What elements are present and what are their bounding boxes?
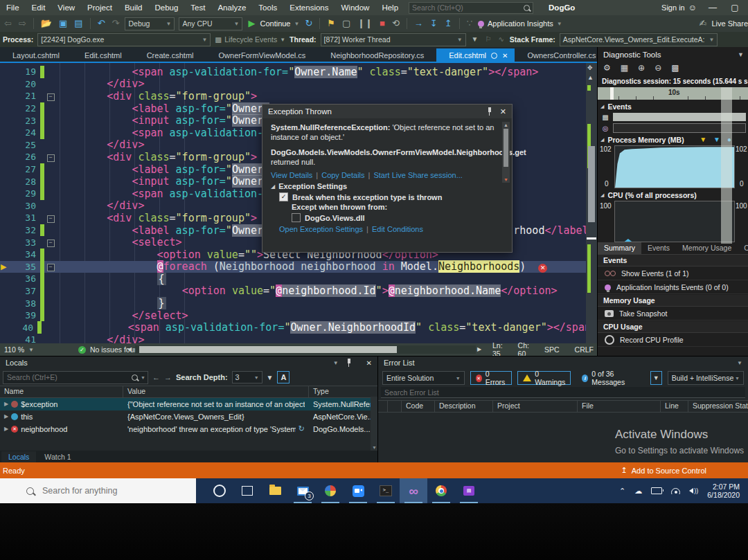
quick-search[interactable] <box>409 2 533 14</box>
tab-edit-cshtml-5[interactable]: Edit.cshtml✕ <box>436 48 515 63</box>
pin-icon[interactable] <box>346 359 353 367</box>
taskbar-search[interactable] <box>0 478 196 503</box>
panel-tab-watch-1[interactable]: Watch 1 <box>37 451 78 462</box>
taskbar-task-view-icon[interactable] <box>233 478 261 503</box>
fold-collapse-icon[interactable]: − <box>47 264 55 271</box>
error-list-search-input[interactable] <box>381 388 745 397</box>
take-snapshot-row[interactable]: Take Snapshot <box>598 307 748 320</box>
next-result-icon[interactable]: → <box>164 373 172 381</box>
link-copy-details[interactable]: Copy Details <box>321 171 364 179</box>
code-line-19[interactable]: 19 <span asp-validation-for="Owner.Name"… <box>0 66 597 78</box>
taskbar-search-input[interactable] <box>41 485 196 496</box>
thread-dropdown[interactable]: [872] Worker Thread▼ <box>321 33 466 46</box>
menu-item-help[interactable]: Help <box>375 0 404 15</box>
speaker-icon[interactable]: )) <box>689 487 698 494</box>
menu-item-build[interactable]: Build <box>118 0 149 15</box>
prev-result-icon[interactable]: ← <box>152 373 160 381</box>
error-column-file[interactable]: File <box>578 401 661 412</box>
wifi-icon[interactable] <box>671 488 680 494</box>
close-icon[interactable]: ✕ <box>500 107 506 116</box>
memory-section-header[interactable]: ◢Process Memory (MB) <box>600 136 684 144</box>
break-option-row[interactable]: ✓ Break when this exception type is thro… <box>279 192 504 201</box>
scroll-up-icon[interactable]: ▲ <box>504 123 508 127</box>
checkbox-checked-icon[interactable]: ✓ <box>279 192 288 201</box>
fold-collapse-icon[interactable]: − <box>47 240 55 247</box>
taskbar-visual-studio-icon[interactable]: ∞ <box>400 478 427 503</box>
taskbar-clock[interactable]: 2:07 PM 6/18/2020 <box>707 482 742 499</box>
taskbar-app-purple-icon[interactable]: ▤ <box>455 478 483 503</box>
stop-icon[interactable]: ■ <box>378 16 386 31</box>
match-case-icon[interactable]: A <box>277 371 290 383</box>
tab-layout-cshtml-0[interactable]: Layout.cshtml <box>0 48 72 63</box>
screenshot-icon[interactable]: ▢ <box>341 16 352 31</box>
menu-item-edit[interactable]: Edit <box>26 0 52 15</box>
build-intellisense-dropdown[interactable]: Build + IntelliSense▼ <box>668 371 744 385</box>
navigate-forward-icon[interactable]: ⇨ <box>17 16 28 31</box>
show-events-row[interactable]: Show Events (1 of 1) <box>598 267 748 280</box>
locals-row-this[interactable]: ▶this{AspNetCore.Views_Owners_Edit}AspNe… <box>0 410 377 423</box>
error-column-suppression-state[interactable]: Suppression State <box>688 401 748 412</box>
timeline-selection-band[interactable] <box>721 87 732 244</box>
undo-icon[interactable]: ↶ <box>96 16 107 31</box>
add-to-source-control-button[interactable]: ↥ Add to Source Control <box>621 466 748 475</box>
save-icon[interactable]: ▣ <box>57 16 69 31</box>
menu-item-file[interactable]: File <box>0 0 26 15</box>
menu-item-window[interactable]: Window <box>335 0 375 15</box>
events-section-header[interactable]: ◢Events <box>600 102 632 111</box>
filter-icon[interactable]: ▼ <box>267 374 274 381</box>
code-line-37[interactable]: 37 <option value="@neighborhood.Id">@nei… <box>0 285 597 298</box>
error-column-project[interactable]: Project <box>493 401 578 412</box>
suspend-icon[interactable]: ∿ <box>497 32 505 47</box>
taskbar-app-colorful-icon[interactable] <box>317 478 344 503</box>
code-line-38[interactable]: 38 } <box>0 297 597 309</box>
tab-create-cshtml-2[interactable]: Create.cshtml <box>134 48 206 63</box>
filter-icon[interactable]: ▼ <box>650 371 662 385</box>
zoom-in-icon[interactable]: ⊕ <box>638 63 645 73</box>
error-column-line[interactable]: Line <box>661 401 688 412</box>
locals-search[interactable]: ▼ <box>3 371 148 384</box>
locals-column-value[interactable]: Value <box>123 386 309 397</box>
navigate-back-icon[interactable]: ⇦ <box>3 16 13 31</box>
tray-chevron-icon[interactable]: ⌃ <box>619 487 625 496</box>
hot-reload-icon[interactable]: ∵ <box>465 16 474 31</box>
settings-gear-icon[interactable]: ⚙ <box>603 63 611 73</box>
error-list-search[interactable] <box>381 387 745 398</box>
menu-item-tools[interactable]: Tools <box>252 0 283 15</box>
step-over-icon[interactable]: → <box>413 16 425 31</box>
tab-neighborhoodrepository-cs-4[interactable]: NeighborhoodRepository.cs <box>318 48 436 63</box>
restart-icon[interactable]: ↻ <box>303 16 314 31</box>
scroll-right-icon[interactable]: ▶ <box>477 346 481 352</box>
tab-edit-cshtml-1[interactable]: Edit.cshtml <box>72 48 134 63</box>
sign-in-button[interactable]: Sign in ☺ <box>661 3 697 12</box>
app-insights-events-row[interactable]: Application Insights Events (0 of 0) <box>598 281 748 294</box>
scroll-down-icon[interactable]: ▼ <box>504 177 508 182</box>
line-endings-indicator[interactable]: CRLF <box>567 345 601 354</box>
diagnostics-tab-events[interactable]: Events <box>641 242 676 254</box>
cpu-section-header[interactable]: ◢CPU (% of all processors) <box>600 191 697 199</box>
solution-config-dropdown[interactable]: Debug▼ <box>125 17 175 30</box>
taskbar-zoom-icon[interactable] <box>344 478 372 503</box>
error-column-icon[interactable] <box>378 401 388 412</box>
warnings-filter-button[interactable]: 0 Warnings <box>517 371 571 385</box>
platform-dropdown[interactable]: Any CPU▼ <box>179 17 242 30</box>
export-icon[interactable]: ▦ <box>621 63 628 73</box>
diagnostics-tab-memory-usage[interactable]: Memory Usage <box>676 242 738 254</box>
code-line-36[interactable]: 36 { <box>0 273 597 285</box>
link-view-details[interactable]: View Details <box>271 171 312 179</box>
locals-row-exception[interactable]: ▶$exception{"Object reference not set to… <box>0 398 377 410</box>
fold-collapse-icon[interactable]: − <box>47 154 55 162</box>
panel-dropdown-icon[interactable]: ▼ <box>333 360 339 366</box>
fold-collapse-icon[interactable]: − <box>47 93 55 101</box>
error-column-icon[interactable] <box>388 401 402 412</box>
close-icon[interactable]: ✕ <box>366 359 372 367</box>
pin-icon[interactable] <box>486 107 493 116</box>
save-all-icon[interactable]: ▤ <box>73 16 84 31</box>
redo-icon[interactable]: ↷ <box>111 16 121 31</box>
flag-threads-icon[interactable]: ⚐ <box>484 32 493 47</box>
tab-close-icon[interactable]: ✕ <box>502 48 508 63</box>
code-line-35[interactable]: ▶35− @foreach (Neighborhood neighborhood… <box>0 261 597 273</box>
zoom-out-icon[interactable]: ⊖ <box>654 63 661 73</box>
link-start-live-share-session[interactable]: Start Live Share session... <box>373 171 462 179</box>
record-cpu-profile-row[interactable]: Record CPU Profile <box>598 334 748 347</box>
taskbar-file-explorer-icon[interactable] <box>261 478 289 503</box>
